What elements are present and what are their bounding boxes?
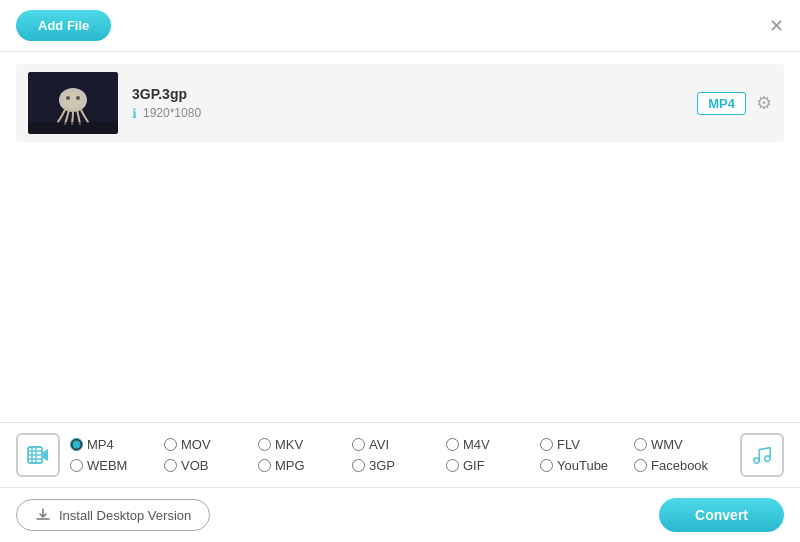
format-radio-gif[interactable]	[446, 459, 459, 472]
file-list-area: 3GP.3gp ℹ 1920*1080 MP4 ⚙	[0, 52, 800, 154]
format-radio-mov[interactable]	[164, 438, 177, 451]
file-resolution: 1920*1080	[143, 106, 201, 120]
format-selector: MP4 MOV MKV AVI M4V FLV WM	[0, 423, 800, 488]
close-button[interactable]: ✕	[769, 17, 784, 35]
file-thumbnail	[28, 72, 118, 134]
format-radio-wmv[interactable]	[634, 438, 647, 451]
format-radio-mpg[interactable]	[258, 459, 271, 472]
format-radio-mp4[interactable]	[70, 438, 83, 451]
video-format-icon[interactable]	[16, 433, 60, 477]
action-bar: Install Desktop Version Convert	[0, 488, 800, 542]
format-options: MP4 MOV MKV AVI M4V FLV WM	[70, 437, 730, 473]
svg-point-4	[76, 96, 80, 100]
format-option-flv[interactable]: FLV	[540, 437, 630, 452]
format-option-vob[interactable]: VOB	[164, 458, 254, 473]
svg-point-3	[66, 96, 70, 100]
install-label: Install Desktop Version	[59, 508, 191, 523]
download-icon	[35, 507, 51, 523]
file-actions: MP4 ⚙	[697, 92, 772, 115]
file-item: 3GP.3gp ℹ 1920*1080 MP4 ⚙	[16, 64, 784, 142]
svg-point-12	[754, 458, 760, 464]
format-option-facebook[interactable]: Facebook	[634, 458, 724, 473]
format-badge[interactable]: MP4	[697, 92, 746, 115]
settings-icon[interactable]: ⚙	[756, 92, 772, 114]
format-radio-avi[interactable]	[352, 438, 365, 451]
format-option-avi[interactable]: AVI	[352, 437, 442, 452]
file-meta: ℹ 1920*1080	[132, 106, 683, 121]
install-desktop-button[interactable]: Install Desktop Version	[16, 499, 210, 531]
format-option-m4v[interactable]: M4V	[446, 437, 536, 452]
format-option-gif[interactable]: GIF	[446, 458, 536, 473]
audio-format-icon[interactable]	[740, 433, 784, 477]
format-option-mpg[interactable]: MPG	[258, 458, 348, 473]
format-option-webm[interactable]: WEBM	[70, 458, 160, 473]
svg-point-2	[64, 92, 82, 108]
format-row-1: MP4 MOV MKV AVI M4V FLV WM	[70, 437, 730, 452]
format-option-mp4[interactable]: MP4	[70, 437, 160, 452]
format-radio-youtube[interactable]	[540, 459, 553, 472]
svg-rect-5	[28, 122, 118, 134]
format-row-2: WEBM VOB MPG 3GP GIF YouTube	[70, 458, 730, 473]
bottom-panel: MP4 MOV MKV AVI M4V FLV WM	[0, 422, 800, 542]
convert-button[interactable]: Convert	[659, 498, 784, 532]
format-radio-mkv[interactable]	[258, 438, 271, 451]
file-name: 3GP.3gp	[132, 86, 683, 102]
format-radio-m4v[interactable]	[446, 438, 459, 451]
format-option-mkv[interactable]: MKV	[258, 437, 348, 452]
svg-point-13	[765, 456, 771, 462]
info-icon: ℹ	[132, 106, 137, 121]
format-option-youtube[interactable]: YouTube	[540, 458, 630, 473]
format-radio-3gp[interactable]	[352, 459, 365, 472]
format-radio-facebook[interactable]	[634, 459, 647, 472]
file-info: 3GP.3gp ℹ 1920*1080	[132, 86, 683, 121]
format-radio-webm[interactable]	[70, 459, 83, 472]
format-option-wmv[interactable]: WMV	[634, 437, 724, 452]
format-radio-flv[interactable]	[540, 438, 553, 451]
add-file-button[interactable]: Add File	[16, 10, 111, 41]
format-radio-vob[interactable]	[164, 459, 177, 472]
format-option-mov[interactable]: MOV	[164, 437, 254, 452]
format-option-3gp[interactable]: 3GP	[352, 458, 442, 473]
top-bar: Add File ✕	[0, 0, 800, 52]
